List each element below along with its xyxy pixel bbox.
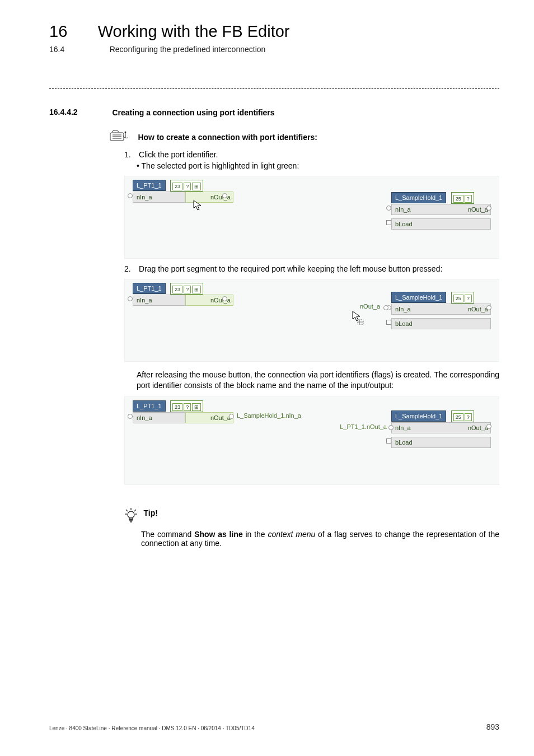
badge-box: 25? xyxy=(451,292,474,304)
tip-italic: context menu xyxy=(268,530,315,539)
port-in: nIn_a xyxy=(395,306,411,312)
help-icon: ? xyxy=(184,286,191,293)
block-title: L_PT1_1 xyxy=(133,180,166,191)
grid-icon: ⊞ xyxy=(192,183,201,190)
step-number-2: 2. xyxy=(124,264,137,273)
pin-icon xyxy=(486,206,491,211)
badge-box: 23?⊞ xyxy=(170,283,203,295)
badge-num: 23 xyxy=(172,183,182,190)
procedure-icon xyxy=(110,130,132,144)
block-title: L_SampleHold_1 xyxy=(391,192,446,203)
port-out: nOut_a xyxy=(468,424,488,432)
pin-icon xyxy=(386,220,391,225)
drag-ghost-pin xyxy=(383,305,388,310)
port-out-highlighted: nOut_a xyxy=(210,193,231,201)
step-number-1: 1. xyxy=(124,150,137,159)
step-text-1: Click the port identifier. xyxy=(139,150,218,159)
badge-num: 23 xyxy=(172,286,182,293)
svg-point-13 xyxy=(128,511,134,518)
pin-icon xyxy=(386,438,391,444)
pin-icon xyxy=(386,320,391,325)
port-in: bLoad xyxy=(395,221,413,227)
chapter-title: Working with the FB Editor xyxy=(98,22,290,41)
pin-icon xyxy=(128,414,133,419)
tip-bold: Show as line xyxy=(194,530,243,539)
port-out: nOut_a xyxy=(468,206,488,213)
section-title: Reconfiguring the predefined interconnec… xyxy=(110,45,266,54)
subsection-number: 16.4.4.2 xyxy=(49,108,110,116)
port-in: nIn_a xyxy=(137,297,152,304)
drag-cursor-icon xyxy=(352,311,364,328)
port-in: nIn_a xyxy=(137,414,152,421)
block-title: L_PT1_1 xyxy=(133,283,166,294)
procedure-heading: How to create a connection with port ide… xyxy=(138,133,317,142)
after-release-text: After releasing the mouse button, the co… xyxy=(137,370,499,391)
svg-line-10 xyxy=(134,510,136,511)
cursor-icon xyxy=(193,200,202,213)
chapter-number: 16 xyxy=(49,22,67,41)
badge-box: 23?⊞ xyxy=(170,180,203,192)
port-in: nIn_a xyxy=(395,424,411,431)
port-in: bLoad xyxy=(395,439,413,446)
badge-box: 23?⊞ xyxy=(170,400,203,412)
tip-icon xyxy=(124,507,138,525)
port-out-highlighted: nOut_a xyxy=(210,296,231,304)
pin-icon xyxy=(128,193,133,198)
tip-body: The command Show as line in the context … xyxy=(141,530,499,548)
svg-point-4 xyxy=(125,132,127,133)
tip-text: The command xyxy=(141,530,194,539)
figure-1: L_PT1_1 23?⊞ nIn_a nOut_a xyxy=(124,176,499,259)
svg-line-9 xyxy=(126,510,128,511)
help-icon: ? xyxy=(184,403,191,411)
help-icon: ? xyxy=(465,195,472,203)
badge-num: 25 xyxy=(453,413,463,421)
section-number: 16.4 xyxy=(49,45,64,54)
help-icon: ? xyxy=(184,183,191,190)
port-in: nIn_a xyxy=(395,206,411,213)
badge-num: 25 xyxy=(453,295,463,302)
grid-icon: ⊞ xyxy=(192,403,201,411)
badge-num: 23 xyxy=(172,403,182,411)
pin-icon xyxy=(222,193,227,198)
port-out: nOut_a xyxy=(468,305,488,313)
block-title: L_PT1_1 xyxy=(133,400,166,412)
pin-icon xyxy=(128,296,133,301)
flag-pin xyxy=(229,414,234,419)
port-in: nIn_a xyxy=(137,194,152,200)
tip-heading: Tip! xyxy=(143,508,157,517)
figure-2: L_PT1_1 23?⊞ nIn_a nOut_a L_SampleHold_1 xyxy=(124,279,499,362)
flag-pin xyxy=(388,425,394,430)
flag-label-left: L_SampleHold_1.nIn_a xyxy=(237,412,301,419)
divider xyxy=(49,88,499,89)
help-icon: ? xyxy=(465,295,472,302)
help-icon: ? xyxy=(465,413,472,421)
footer-text: Lenze · 8400 StateLine · Reference manua… xyxy=(49,725,255,731)
pin-icon xyxy=(386,206,391,211)
page-number: 893 xyxy=(486,722,499,731)
drag-ghost-label: nOut_a xyxy=(360,303,380,310)
badge-box: 25? xyxy=(451,410,474,422)
pin-icon xyxy=(486,424,491,429)
badge-box: 25? xyxy=(451,192,474,204)
subsection-heading: Creating a connection using port identif… xyxy=(112,108,274,117)
pin-icon xyxy=(222,296,227,301)
port-out-highlighted: nOut_a xyxy=(210,414,231,422)
figure-3: L_PT1_1 23?⊞ nIn_a nOut_a L_SampleHold_1… xyxy=(124,396,499,485)
step-text-2: Drag the port segment to the required po… xyxy=(139,264,442,273)
port-in: bLoad xyxy=(395,320,413,327)
grid-icon: ⊞ xyxy=(192,286,201,293)
step-1-bullet: The selected port is highlighted in ligh… xyxy=(137,161,499,170)
pin-icon xyxy=(486,305,491,310)
badge-num: 25 xyxy=(453,195,463,203)
tip-text: in the xyxy=(243,530,268,539)
block-title: L_SampleHold_1 xyxy=(391,410,446,422)
block-title: L_SampleHold_1 xyxy=(391,292,446,303)
flag-label-right: L_PT1_1.nOut_a xyxy=(340,423,387,430)
